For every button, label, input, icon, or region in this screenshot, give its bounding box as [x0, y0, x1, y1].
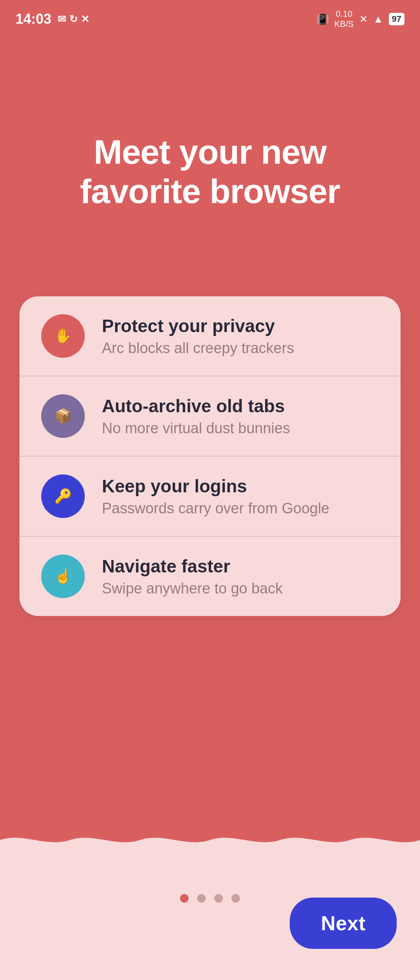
dot-2 — [197, 894, 206, 903]
archive-icon-circle: 📦 — [41, 394, 85, 438]
archive-text: Auto-archive old tabs No more virtual du… — [102, 396, 379, 437]
next-button[interactable]: Next — [290, 898, 397, 949]
dot-3 — [214, 894, 223, 903]
bottom-area: Next — [0, 848, 420, 980]
navigate-text: Navigate faster Swipe anywhere to go bac… — [102, 556, 379, 597]
data-speed: 0.10KB/S — [334, 9, 354, 30]
navigate-icon: ☝ — [52, 565, 74, 587]
feature-card-navigate: ☝ Navigate faster Swipe anywhere to go b… — [19, 537, 401, 616]
feature-card-archive: 📦 Auto-archive old tabs No more virtual … — [19, 376, 401, 457]
privacy-icon: ✋ — [52, 325, 74, 347]
dot-1 — [180, 894, 189, 903]
time-display: 14:03 — [16, 11, 51, 27]
main-content: Meet your newfavorite browser ✋ Protect … — [0, 31, 420, 616]
logins-icon: 🔑 — [52, 485, 74, 507]
feature-card-privacy: ✋ Protect your privacy Arc blocks all cr… — [19, 296, 401, 376]
wavy-separator — [0, 832, 420, 848]
archive-icon: 📦 — [52, 405, 74, 427]
privacy-desc: Arc blocks all creepy trackers — [102, 340, 379, 357]
privacy-title: Protect your privacy — [102, 315, 379, 337]
archive-title: Auto-archive old tabs — [102, 396, 379, 417]
privacy-text: Protect your privacy Arc blocks all cree… — [102, 315, 379, 357]
svg-text:☝: ☝ — [54, 568, 72, 585]
status-right: 📳 0.10KB/S ✕ ▲ 97 — [317, 9, 404, 30]
privacy-icon-circle: ✋ — [41, 314, 85, 358]
logins-desc: Passwords carry over from Google — [102, 500, 379, 517]
vibrate-icon: 📳 — [317, 13, 329, 25]
tools-icon: ✕ — [81, 13, 89, 25]
svg-text:✋: ✋ — [54, 328, 72, 345]
navigate-title: Navigate faster — [102, 556, 379, 577]
archive-desc: No more virtual dust bunnies — [102, 420, 379, 437]
logins-title: Keep your logins — [102, 476, 379, 497]
svg-text:📦: 📦 — [54, 408, 72, 425]
bottom-nav: Next — [0, 848, 420, 980]
status-bar: 14:03 ✉ ↻ ✕ 📳 0.10KB/S ✕ ▲ 97 — [0, 0, 420, 31]
feature-card-logins: 🔑 Keep your logins Passwords carry over … — [19, 457, 401, 537]
main-title: Meet your newfavorite browser — [80, 132, 340, 211]
sync-icon: ↻ — [69, 13, 78, 25]
logins-text: Keep your logins Passwords carry over fr… — [102, 476, 379, 517]
status-left: 14:03 ✉ ↻ ✕ — [16, 11, 89, 27]
navigate-icon-circle: ☝ — [41, 555, 85, 598]
gmail-icon: ✉ — [58, 13, 66, 25]
battery-level: 97 — [389, 13, 404, 25]
navigate-desc: Swipe anywhere to go back — [102, 580, 379, 597]
wifi-icon: ▲ — [373, 13, 383, 25]
logins-icon-circle: 🔑 — [41, 474, 85, 518]
title-section: Meet your newfavorite browser — [80, 132, 340, 211]
dot-4 — [231, 894, 240, 903]
feature-cards-container: ✋ Protect your privacy Arc blocks all cr… — [19, 296, 401, 616]
svg-text:🔑: 🔑 — [54, 488, 72, 505]
sim-icon: ✕ — [359, 13, 368, 25]
status-icons: ✉ ↻ ✕ — [58, 13, 89, 25]
